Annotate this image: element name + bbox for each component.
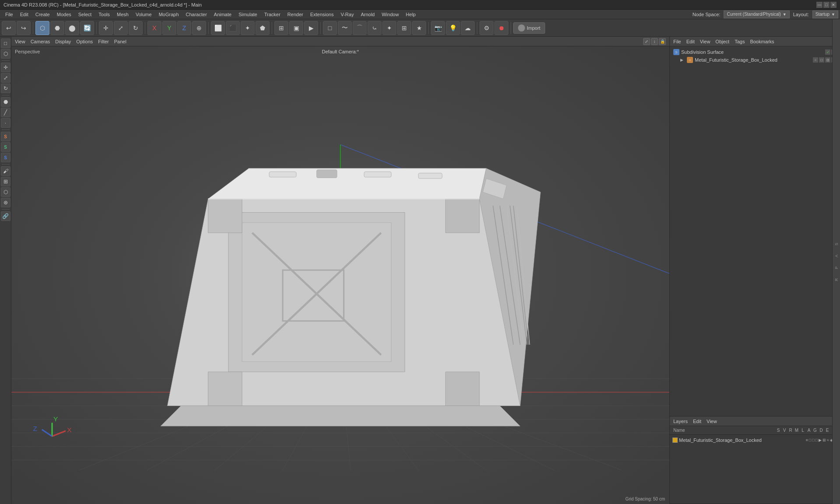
camera-button[interactable]: 📷 — [431, 21, 445, 35]
select-circle-button[interactable]: ⬛ — [226, 21, 240, 35]
menu-file[interactable]: File — [2, 11, 17, 18]
cloner-button[interactable]: ⊞ — [397, 21, 411, 35]
mode-polygons-button[interactable]: ⬤ — [65, 21, 79, 35]
viewport-menu-display[interactable]: Display — [55, 39, 71, 44]
menu-modes[interactable]: Modes — [53, 11, 75, 18]
viewport-lock-button[interactable]: 🔒 — [659, 38, 666, 45]
left-tool-s3[interactable]: S — [1, 153, 10, 162]
layer-vis[interactable]: □ — [809, 438, 811, 442]
layer-item-metal-box[interactable]: Metal_Futuristic_Storage_Box_Locked ≡ □ … — [672, 437, 838, 444]
layers-menu-edit[interactable]: Edit — [693, 419, 701, 424]
node-space-dropdown[interactable]: Current (Standard/Physical) ▼ — [724, 10, 789, 18]
light-button[interactable]: 💡 — [446, 21, 460, 35]
layers-menu-view[interactable]: View — [707, 419, 717, 424]
menu-character[interactable]: Character — [182, 11, 210, 18]
undo-button[interactable]: ↩ — [2, 21, 16, 35]
left-tool-poly[interactable]: ⬣ — [1, 97, 10, 107]
left-tool-cloner[interactable]: ⊛ — [1, 198, 10, 207]
mode-live-button[interactable]: 🔄 — [80, 21, 94, 35]
close-button[interactable]: ✕ — [830, 2, 836, 8]
left-tool-model[interactable]: □ — [1, 38, 10, 48]
left-tool-s2[interactable]: S — [1, 142, 10, 152]
left-tool-s1[interactable]: S — [1, 132, 10, 141]
layers-title[interactable]: Layers — [673, 419, 688, 424]
obj-menu-edit[interactable]: Edit — [686, 39, 695, 44]
menu-animate[interactable]: Animate — [210, 11, 235, 18]
viewport-menu-panel[interactable]: Panel — [114, 39, 126, 44]
left-tool-grid[interactable]: ⊞ — [1, 177, 10, 186]
menu-select[interactable]: Select — [75, 11, 95, 18]
menu-mograph[interactable]: MoGraph — [155, 11, 182, 18]
obj-menu-bookmarks[interactable]: Bookmarks — [750, 39, 774, 44]
obj-check-2[interactable]: □ — [819, 57, 824, 63]
y-axis-button[interactable]: Y — [162, 21, 176, 35]
viewport-menu-cameras[interactable]: Cameras — [31, 39, 50, 44]
fx-button[interactable]: ★ — [412, 21, 426, 35]
maximize-button[interactable]: □ — [823, 2, 830, 8]
render-view-button[interactable]: ▣ — [289, 21, 303, 35]
mode-points-button[interactable]: ⬡ — [35, 21, 49, 35]
redo-button[interactable]: ↪ — [17, 21, 31, 35]
layer-solo[interactable]: ≡ — [805, 438, 808, 442]
obj-menu-tags[interactable]: Tags — [735, 39, 745, 44]
menu-extensions[interactable]: Extensions — [307, 11, 337, 18]
object-item-subdivision[interactable]: S Subdivision Surface ✓ ▣ — [672, 48, 838, 56]
obj-check-3[interactable]: ⊡ — [825, 57, 830, 63]
viewport-canvas[interactable]: Perspective Default Camera:* — [11, 46, 669, 504]
anim-rec-button[interactable]: ⏺ — [494, 21, 508, 35]
layer-gen[interactable]: ⊞ — [822, 438, 826, 442]
z-axis-button[interactable]: Z — [177, 21, 191, 35]
settings-button[interactable]: ⚙ — [480, 21, 494, 35]
minimize-button[interactable]: — — [816, 2, 822, 8]
menu-render[interactable]: Render — [284, 11, 307, 18]
left-tool-point[interactable]: · — [1, 118, 10, 128]
layout-dropdown[interactable]: Startup ▼ — [812, 10, 838, 18]
obj-check-1[interactable]: ≡ — [813, 57, 818, 63]
layer-anim[interactable]: ▶ — [819, 438, 822, 442]
obj-menu-view[interactable]: View — [700, 39, 710, 44]
left-tool-scale[interactable]: ⤢ — [1, 73, 10, 83]
left-tool-rotate[interactable]: ↻ — [1, 84, 10, 93]
left-tool-snap[interactable]: 🔗 — [1, 211, 10, 221]
layer-motion[interactable]: □ — [816, 438, 818, 442]
move-tool-button[interactable]: ✛ — [99, 21, 113, 35]
effector-button[interactable]: ✦ — [382, 21, 396, 35]
render-region-button[interactable]: ⊞ — [274, 21, 288, 35]
select-fill-button[interactable]: ⬟ — [256, 21, 270, 35]
render-button[interactable]: ▶ — [304, 21, 318, 35]
select-rect-button[interactable]: ⬜ — [211, 21, 225, 35]
menu-tools[interactable]: Tools — [95, 11, 113, 18]
obj-menu-file[interactable]: File — [673, 39, 681, 44]
sky-button[interactable]: ☁ — [461, 21, 475, 35]
left-tool-move[interactable]: ✛ — [1, 63, 10, 72]
menu-vray[interactable]: V-Ray — [337, 11, 357, 18]
viewport-menu-view[interactable]: View — [15, 39, 25, 44]
menu-create[interactable]: Create — [32, 11, 53, 18]
rotate-tool-button[interactable]: ↻ — [129, 21, 143, 35]
menu-help[interactable]: Help — [402, 11, 420, 18]
menu-arnold[interactable]: Arnold — [357, 11, 378, 18]
menu-tracker[interactable]: Tracker — [261, 11, 284, 18]
mode-edges-button[interactable]: ⬣ — [50, 21, 64, 35]
import-button[interactable]: Import — [513, 22, 545, 34]
left-tool-texture[interactable]: ⬡ — [1, 49, 10, 59]
obj-menu-object[interactable]: Object — [715, 39, 729, 44]
viewport-menu-options[interactable]: Options — [76, 39, 93, 44]
menu-edit[interactable]: Edit — [17, 11, 32, 18]
spline-button[interactable]: 〜 — [338, 21, 352, 35]
deformer-button[interactable]: ⤿ — [368, 21, 382, 35]
menu-mesh[interactable]: Mesh — [113, 11, 132, 18]
left-tool-hex[interactable]: ⬡ — [1, 187, 10, 197]
viewport-view-button[interactable]: ↕ — [651, 38, 658, 45]
sub-check-1[interactable]: ✓ — [825, 49, 830, 55]
nurbs-button[interactable]: ⌒ — [353, 21, 367, 35]
scale-tool-button[interactable]: ⤢ — [114, 21, 128, 35]
select-poly-button[interactable]: ✦ — [241, 21, 255, 35]
cube-button[interactable]: □ — [323, 21, 337, 35]
menu-simulate[interactable]: Simulate — [235, 11, 261, 18]
layer-render[interactable]: □ — [812, 438, 814, 442]
viewport-menu-filter[interactable]: Filter — [98, 39, 108, 44]
menu-volume[interactable]: Volume — [132, 11, 155, 18]
left-tool-paint[interactable]: 🖌 — [1, 166, 10, 176]
viewport-expand-button[interactable]: ⤢ — [643, 38, 650, 45]
